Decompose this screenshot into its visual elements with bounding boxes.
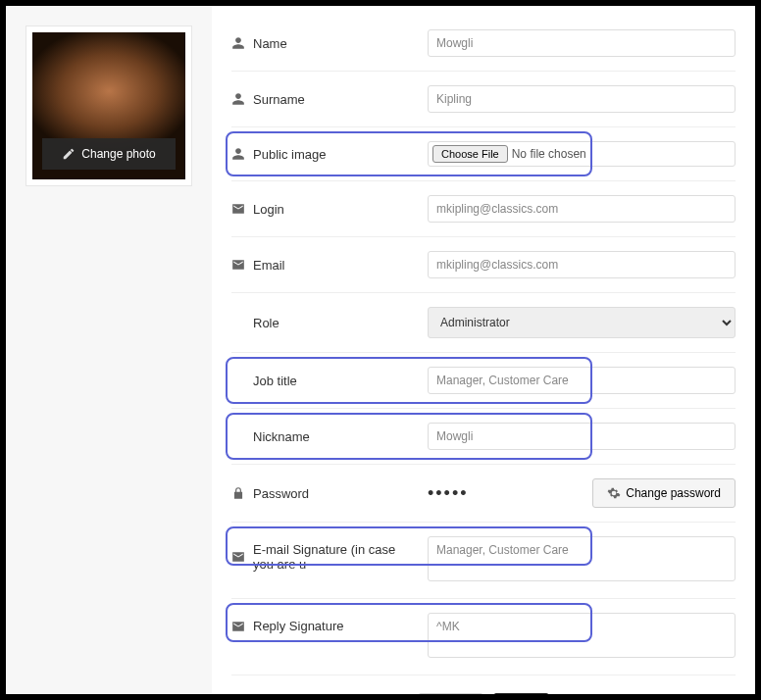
reply-signature-label: Reply Signature: [253, 619, 344, 633]
row-nickname: Nickname: [231, 409, 736, 465]
public-image-label: Public image: [253, 147, 326, 162]
row-surname: Surname: [231, 72, 736, 127]
choose-file-button[interactable]: Choose File: [432, 145, 508, 163]
surname-input[interactable]: [428, 85, 736, 113]
role-select[interactable]: Administrator: [428, 307, 736, 338]
mail-icon: [231, 620, 245, 633]
mail-icon: [231, 550, 245, 564]
email-label: Email: [253, 258, 285, 273]
change-password-label: Change password: [626, 486, 721, 500]
job-title-input[interactable]: [428, 367, 736, 394]
lock-icon: [231, 486, 245, 500]
mail-icon: [231, 202, 245, 216]
row-password: Password ••••• Change password: [231, 465, 736, 523]
row-name: Name: [231, 16, 736, 72]
surname-label: Surname: [253, 92, 305, 107]
row-reply-signature: Reply Signature: [231, 599, 736, 675]
file-status: No file chosen: [512, 147, 586, 161]
person-icon: [231, 92, 245, 106]
nickname-input[interactable]: [428, 423, 736, 450]
change-photo-button[interactable]: Change photo: [42, 138, 176, 170]
gear-icon: [607, 486, 621, 500]
email-input[interactable]: [428, 251, 736, 278]
pencil-icon: [62, 147, 76, 161]
password-label: Password: [253, 486, 309, 501]
form-main: Name Surname Public image Choose File: [212, 6, 755, 694]
email-signature-input[interactable]: [428, 536, 736, 581]
row-login: Login: [231, 181, 736, 237]
change-photo-label: Change photo: [81, 147, 155, 161]
row-email-signature: E-mail Signature (in case you are u: [231, 523, 736, 599]
role-label: Role: [253, 316, 279, 330]
profile-photo: Change photo: [32, 32, 185, 179]
email-signature-label: E-mail Signature (in case you are u: [253, 542, 418, 572]
login-label: Login: [253, 202, 284, 217]
nickname-label: Nickname: [253, 429, 310, 444]
name-input[interactable]: [428, 29, 736, 57]
save-button[interactable]: Save: [493, 693, 549, 694]
person-icon: [231, 147, 245, 161]
footer-actions: Cancel Save: [231, 675, 736, 694]
row-role: Role Administrator: [231, 293, 736, 353]
mail-icon: [231, 258, 245, 272]
photo-card: Change photo: [25, 25, 192, 186]
row-job-title: Job title: [231, 353, 736, 409]
password-mask: •••••: [428, 483, 469, 503]
name-label: Name: [253, 36, 287, 51]
person-icon: [231, 36, 245, 50]
row-public-image: Public image Choose File No file chosen: [231, 127, 736, 181]
job-title-label: Job title: [253, 374, 297, 388]
row-email: Email: [231, 237, 736, 293]
change-password-button[interactable]: Change password: [592, 478, 736, 508]
login-input[interactable]: [428, 195, 736, 223]
sidebar: Change photo: [6, 6, 212, 694]
reply-signature-input[interactable]: [428, 613, 736, 658]
cancel-button[interactable]: Cancel: [418, 693, 483, 694]
